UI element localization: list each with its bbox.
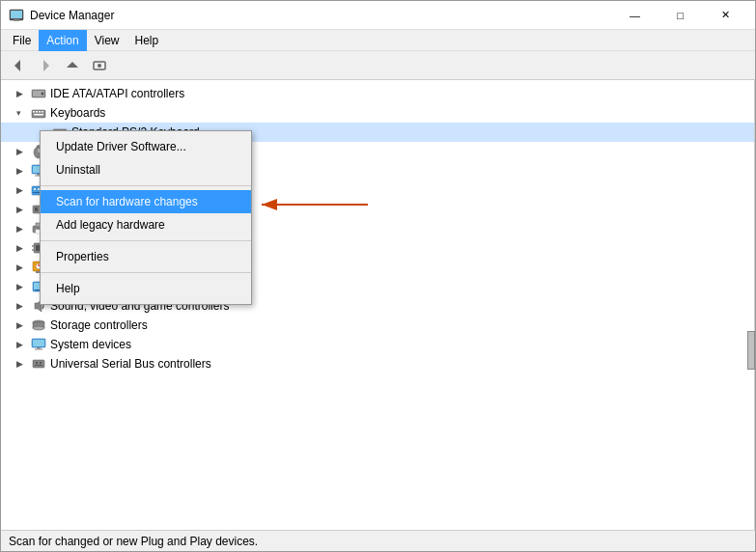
content-area: ▶ IDE ATA/ATAPI controllers ▾ Keyboards … bbox=[1, 80, 755, 530]
tree-expand-ide: ▶ bbox=[16, 89, 30, 98]
svg-rect-13 bbox=[36, 111, 38, 113]
tree-expand-system: ▶ bbox=[16, 340, 30, 349]
tree-icon-system bbox=[30, 337, 47, 352]
maximize-button[interactable]: □ bbox=[658, 6, 702, 25]
svg-rect-60 bbox=[37, 347, 41, 349]
svg-point-31 bbox=[34, 188, 36, 190]
toolbar-forward-button[interactable] bbox=[32, 53, 59, 78]
tree-item-storage[interactable]: ▶ Storage controllers bbox=[1, 316, 754, 335]
tree-expand-sound: ▶ bbox=[16, 301, 30, 311]
tree-expand-mice: ▶ bbox=[16, 147, 30, 156]
svg-marker-5 bbox=[67, 62, 78, 68]
tree-expand-ports: ▶ bbox=[16, 205, 30, 214]
tree-item-usb[interactable]: ▶ Universal Serial Bus controllers bbox=[1, 354, 754, 373]
title-bar-controls: — □ ✕ bbox=[613, 6, 747, 25]
svg-rect-62 bbox=[33, 360, 44, 368]
menu-bar: File Action View Help bbox=[1, 30, 755, 51]
device-manager-window: Device Manager — □ ✕ File Action View He… bbox=[0, 0, 756, 552]
toolbar-back-button[interactable] bbox=[5, 53, 32, 78]
svg-rect-63 bbox=[36, 362, 38, 364]
tree-item-keyboards[interactable]: ▾ Keyboards bbox=[1, 103, 754, 123]
svg-rect-59 bbox=[33, 340, 44, 346]
menu-help-item[interactable]: Help bbox=[41, 277, 251, 300]
minimize-button[interactable]: — bbox=[613, 6, 657, 25]
toolbar-show-hidden-button[interactable] bbox=[86, 53, 113, 78]
tree-icon-keyboards bbox=[30, 105, 47, 121]
tree-icon-storage bbox=[30, 317, 47, 333]
tree-label-keyboards: Keyboards bbox=[50, 106, 105, 120]
svg-point-57 bbox=[33, 326, 44, 330]
tree-expand-sensors: ▶ bbox=[16, 262, 30, 272]
tree-expand-software-devices: ▶ bbox=[16, 282, 30, 291]
tree-expand-processors: ▶ bbox=[16, 243, 30, 253]
status-bar: Scan for changed or new Plug and Play de… bbox=[1, 530, 755, 551]
svg-rect-61 bbox=[35, 349, 42, 350]
menu-add-legacy[interactable]: Add legacy hardware bbox=[41, 213, 251, 236]
menu-help[interactable]: Help bbox=[127, 30, 167, 51]
svg-rect-1 bbox=[11, 11, 22, 18]
menu-action[interactable]: Action bbox=[39, 30, 86, 51]
status-text: Scan for changed or new Plug and Play de… bbox=[9, 535, 258, 548]
toolbar-up-button[interactable] bbox=[59, 53, 86, 78]
action-dropdown-menu: Update Driver Software... Uninstall Scan… bbox=[40, 130, 252, 305]
menu-update-driver[interactable]: Update Driver Software... bbox=[41, 135, 251, 158]
svg-point-10 bbox=[42, 93, 44, 96]
menu-uninstall[interactable]: Uninstall bbox=[41, 158, 251, 181]
window-icon bbox=[9, 8, 24, 23]
tree-expand-storage: ▶ bbox=[16, 320, 30, 330]
menu-separator-1 bbox=[41, 185, 251, 186]
menu-separator-3 bbox=[41, 272, 251, 273]
tree-expand-keyboards: ▾ bbox=[16, 108, 30, 118]
menu-file[interactable]: File bbox=[5, 30, 39, 51]
menu-separator-2 bbox=[41, 240, 251, 241]
title-bar: Device Manager — □ ✕ bbox=[1, 1, 755, 30]
tree-expand-network: ▶ bbox=[16, 185, 30, 195]
tree-item-ide[interactable]: ▶ IDE ATA/ATAPI controllers bbox=[1, 84, 754, 103]
tree-expand-monitors: ▶ bbox=[16, 166, 30, 176]
tree-expand-usb: ▶ bbox=[16, 359, 30, 369]
menu-scan-hardware[interactable]: Scan for hardware changes bbox=[41, 190, 251, 213]
svg-rect-14 bbox=[39, 111, 41, 113]
tree-expand-print-queues: ▶ bbox=[16, 224, 30, 234]
tree-icon-ide bbox=[30, 86, 47, 101]
title-bar-left: Device Manager bbox=[9, 8, 114, 23]
svg-rect-36 bbox=[35, 207, 38, 211]
svg-rect-2 bbox=[14, 19, 19, 21]
svg-rect-15 bbox=[42, 111, 43, 113]
svg-rect-16 bbox=[34, 114, 43, 116]
tree-label-system: System devices bbox=[50, 338, 131, 351]
tree-label-storage: Storage controllers bbox=[50, 318, 148, 332]
svg-marker-4 bbox=[43, 60, 49, 71]
svg-rect-65 bbox=[35, 365, 42, 366]
tree-item-system[interactable]: ▶ System devices bbox=[1, 335, 754, 354]
window-title: Device Manager bbox=[30, 9, 114, 22]
close-button[interactable]: ✕ bbox=[704, 6, 747, 25]
svg-point-7 bbox=[98, 64, 101, 68]
svg-marker-3 bbox=[14, 60, 20, 71]
menu-view[interactable]: View bbox=[87, 30, 127, 51]
scroll-indicator[interactable] bbox=[747, 331, 755, 370]
tree-label-usb: Universal Serial Bus controllers bbox=[50, 357, 211, 371]
menu-properties[interactable]: Properties bbox=[41, 245, 251, 268]
tree-label-ide: IDE ATA/ATAPI controllers bbox=[50, 87, 184, 100]
toolbar bbox=[1, 51, 755, 80]
svg-rect-64 bbox=[40, 362, 42, 364]
svg-rect-12 bbox=[33, 111, 35, 113]
tree-icon-usb bbox=[30, 356, 47, 372]
